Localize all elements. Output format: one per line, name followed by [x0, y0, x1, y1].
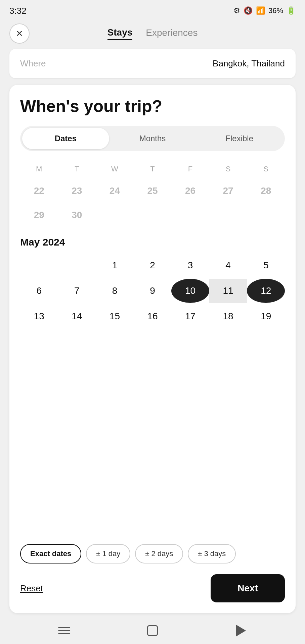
plus-1-day-button[interactable]: ± 1 day — [86, 544, 130, 564]
system-nav-bar — [0, 617, 305, 644]
day-header-s2: S — [247, 162, 285, 176]
may-day-18[interactable]: 18 — [209, 304, 247, 328]
toggle-dates[interactable]: Dates — [22, 128, 109, 149]
reset-button[interactable]: Reset — [20, 583, 43, 594]
plus-2-days-button[interactable]: ± 2 days — [135, 544, 183, 564]
tab-experiences[interactable]: Experiences — [146, 28, 198, 40]
may-day-6[interactable]: 6 — [20, 279, 58, 303]
where-value: Bangkok, Thailand — [213, 58, 285, 69]
prev-day-30[interactable]: 30 — [58, 203, 96, 227]
may-day-17[interactable]: 17 — [171, 304, 209, 328]
bluetooth-icon: ⚙ — [233, 6, 240, 15]
bottom-row: Reset Next — [20, 566, 285, 602]
battery-text: 36% — [268, 6, 283, 15]
may-day-7[interactable]: 7 — [58, 279, 96, 303]
prev-day-23[interactable]: 23 — [58, 179, 96, 203]
prev-day-27[interactable]: 27 — [209, 179, 247, 203]
main-card: When's your trip? Dates Months Flexible … — [9, 85, 296, 613]
day-header-s1: S — [209, 162, 247, 176]
date-toggle-group: Dates Months Flexible — [20, 126, 285, 151]
may-day-12[interactable]: 12 — [247, 279, 285, 303]
prev-month-trailing: 22 23 24 25 26 27 28 — [20, 179, 285, 203]
may-day-10[interactable]: 10 — [171, 279, 209, 303]
home-button[interactable] — [146, 624, 159, 637]
may-day-16[interactable]: 16 — [134, 304, 172, 328]
wifi-icon: 📶 — [256, 6, 265, 15]
may-day-4[interactable]: 4 — [209, 253, 247, 277]
may-day-5[interactable]: 5 — [247, 253, 285, 277]
home-icon — [147, 625, 158, 636]
where-field[interactable]: Where Bangkok, Thailand — [9, 49, 296, 78]
prev-day-24[interactable]: 24 — [96, 179, 134, 203]
prev-day-26[interactable]: 26 — [171, 179, 209, 203]
plus-3-days-button[interactable]: ± 3 days — [188, 544, 236, 564]
may-day-1[interactable]: 1 — [96, 253, 134, 277]
status-time: 3:32 — [9, 6, 27, 16]
calendar: M T W T F S S 22 23 24 25 26 27 28 29 30 — [20, 162, 285, 532]
may-month-label: May 2024 — [20, 228, 285, 253]
day-header-t1: T — [58, 162, 96, 176]
prev-day-25[interactable]: 25 — [134, 179, 172, 203]
may-day-19[interactable]: 19 — [247, 304, 285, 328]
exact-dates-button[interactable]: Exact dates — [20, 544, 81, 564]
prev-day-22[interactable]: 22 — [20, 179, 58, 203]
toggle-flexible[interactable]: Flexible — [196, 128, 283, 149]
exact-dates-row: Exact dates ± 1 day ± 2 days ± 3 days — [20, 537, 285, 564]
tab-stays[interactable]: Stays — [107, 27, 133, 40]
recent-apps-button[interactable] — [57, 624, 71, 637]
prev-day-29[interactable]: 29 — [20, 203, 58, 227]
calendar-day-headers: M T W T F S S — [20, 162, 285, 176]
top-nav: ✕ Stays Experiences — [0, 20, 305, 49]
day-header-m: M — [20, 162, 58, 176]
prev-day-28[interactable]: 28 — [247, 179, 285, 203]
may-row-2: 6 7 8 9 10 11 12 — [20, 279, 285, 303]
may-row-3: 13 14 15 16 17 18 19 — [20, 304, 285, 328]
day-header-t2: T — [134, 162, 172, 176]
may-day-3[interactable]: 3 — [171, 253, 209, 277]
may-day-15[interactable]: 15 — [96, 304, 134, 328]
may-day-13[interactable]: 13 — [20, 304, 58, 328]
may-day-9[interactable]: 9 — [134, 279, 172, 303]
back-icon — [236, 625, 246, 637]
trip-title: When's your trip? — [20, 97, 285, 116]
close-button[interactable]: ✕ — [9, 23, 30, 44]
prev-month-trailing2: 29 30 — [20, 203, 285, 227]
status-bar: 3:32 ⚙ 🔇 📶 36% 🔋 — [0, 0, 305, 20]
may-day-11[interactable]: 11 — [209, 279, 247, 303]
day-header-f: F — [171, 162, 209, 176]
may-day-14[interactable]: 14 — [58, 304, 96, 328]
may-day-2[interactable]: 2 — [134, 253, 172, 277]
status-icons: ⚙ 🔇 📶 36% 🔋 — [233, 6, 296, 15]
mute-icon: 🔇 — [244, 6, 253, 15]
recent-apps-icon — [58, 627, 70, 634]
next-button[interactable]: Next — [211, 574, 285, 602]
where-label: Where — [20, 58, 46, 69]
toggle-months[interactable]: Months — [109, 128, 196, 149]
may-day-8[interactable]: 8 — [96, 279, 134, 303]
may-row-1: 1 2 3 4 5 — [20, 253, 285, 277]
day-header-w: W — [96, 162, 134, 176]
battery-icon: 🔋 — [287, 6, 296, 15]
nav-tabs: Stays Experiences — [107, 27, 198, 40]
back-button[interactable] — [234, 624, 248, 637]
